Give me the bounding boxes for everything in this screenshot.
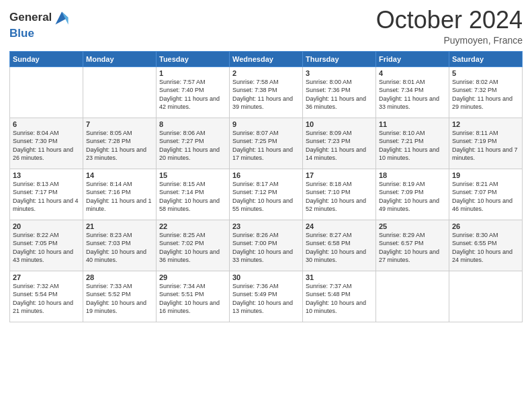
day-number: 25 xyxy=(379,222,446,230)
day-number: 8 xyxy=(159,120,226,128)
day-number: 9 xyxy=(232,120,300,128)
cell-4-6 xyxy=(449,271,523,322)
col-friday: Friday xyxy=(376,51,449,66)
day-info: Sunrise: 8:26 AMSunset: 7:00 PMDaylight:… xyxy=(232,231,300,265)
day-info: Sunrise: 8:14 AMSunset: 7:16 PMDaylight:… xyxy=(86,180,153,214)
cell-4-4: 31Sunrise: 7:37 AMSunset: 5:48 PMDayligh… xyxy=(303,271,376,322)
title-block: October 2024 Puymoyen, France xyxy=(376,7,523,46)
day-info: Sunrise: 7:58 AMSunset: 7:38 PMDaylight:… xyxy=(232,78,300,111)
logo-blue: Blue xyxy=(9,27,71,40)
day-info: Sunrise: 8:04 AMSunset: 7:30 PMDaylight:… xyxy=(13,129,80,163)
day-number: 4 xyxy=(379,69,446,77)
day-number: 14 xyxy=(86,171,153,179)
cell-1-6: 12Sunrise: 8:11 AMSunset: 7:19 PMDayligh… xyxy=(449,118,523,169)
day-number: 3 xyxy=(306,69,373,77)
day-info: Sunrise: 8:23 AMSunset: 7:03 PMDaylight:… xyxy=(86,231,153,265)
cell-3-6: 26Sunrise: 8:30 AMSunset: 6:55 PMDayligh… xyxy=(449,220,523,271)
day-number: 19 xyxy=(452,171,519,179)
day-number: 29 xyxy=(159,273,226,281)
cell-4-2: 29Sunrise: 7:34 AMSunset: 5:51 PMDayligh… xyxy=(157,271,230,322)
day-number: 2 xyxy=(232,69,300,77)
cell-1-1: 7Sunrise: 8:05 AMSunset: 7:28 PMDaylight… xyxy=(83,118,157,169)
day-info: Sunrise: 8:01 AMSunset: 7:34 PMDaylight:… xyxy=(379,78,446,111)
day-number: 1 xyxy=(159,69,226,77)
cell-2-4: 17Sunrise: 8:18 AMSunset: 7:10 PMDayligh… xyxy=(303,169,376,220)
cell-4-3: 30Sunrise: 7:36 AMSunset: 5:49 PMDayligh… xyxy=(230,271,303,322)
cell-0-3: 2Sunrise: 7:58 AMSunset: 7:38 PMDaylight… xyxy=(230,66,303,118)
cell-0-1 xyxy=(83,66,157,118)
day-info: Sunrise: 7:32 AMSunset: 5:54 PMDaylight:… xyxy=(13,282,80,316)
day-info: Sunrise: 8:11 AMSunset: 7:19 PMDaylight:… xyxy=(452,129,519,163)
cell-0-5: 4Sunrise: 8:01 AMSunset: 7:34 PMDaylight… xyxy=(376,66,449,118)
day-number: 27 xyxy=(13,273,80,281)
day-info: Sunrise: 8:29 AMSunset: 6:57 PMDaylight:… xyxy=(379,231,446,265)
calendar-page: General Blue October 2024 Puymoyen, Fran… xyxy=(0,0,532,411)
day-number: 6 xyxy=(13,120,80,128)
day-number: 16 xyxy=(232,171,300,179)
cell-0-4: 3Sunrise: 8:00 AMSunset: 7:36 PMDaylight… xyxy=(303,66,376,118)
week-row-2: 13Sunrise: 8:13 AMSunset: 7:17 PMDayligh… xyxy=(10,169,523,220)
day-number: 23 xyxy=(232,222,300,230)
day-info: Sunrise: 8:21 AMSunset: 7:07 PMDaylight:… xyxy=(452,180,519,214)
cell-1-5: 11Sunrise: 8:10 AMSunset: 7:21 PMDayligh… xyxy=(376,118,449,169)
day-number: 26 xyxy=(452,222,519,230)
logo-icon xyxy=(53,9,71,27)
month-title: October 2024 xyxy=(376,7,523,34)
day-info: Sunrise: 8:15 AMSunset: 7:14 PMDaylight:… xyxy=(159,180,226,214)
day-info: Sunrise: 8:00 AMSunset: 7:36 PMDaylight:… xyxy=(306,78,373,111)
calendar-table: Sunday Monday Tuesday Wednesday Thursday… xyxy=(9,51,523,322)
day-number: 24 xyxy=(306,222,373,230)
day-number: 5 xyxy=(452,69,519,77)
week-row-0: 1Sunrise: 7:57 AMSunset: 7:40 PMDaylight… xyxy=(10,66,523,118)
location-subtitle: Puymoyen, France xyxy=(376,35,523,46)
cell-2-2: 15Sunrise: 8:15 AMSunset: 7:14 PMDayligh… xyxy=(157,169,230,220)
day-number: 31 xyxy=(306,273,373,281)
day-info: Sunrise: 7:57 AMSunset: 7:40 PMDaylight:… xyxy=(159,78,226,111)
cell-2-0: 13Sunrise: 8:13 AMSunset: 7:17 PMDayligh… xyxy=(10,169,83,220)
day-info: Sunrise: 8:19 AMSunset: 7:09 PMDaylight:… xyxy=(379,180,446,214)
day-info: Sunrise: 7:33 AMSunset: 5:52 PMDaylight:… xyxy=(86,282,153,316)
day-number: 12 xyxy=(452,120,519,128)
cell-2-3: 16Sunrise: 8:17 AMSunset: 7:12 PMDayligh… xyxy=(230,169,303,220)
cell-3-2: 22Sunrise: 8:25 AMSunset: 7:02 PMDayligh… xyxy=(157,220,230,271)
cell-2-6: 19Sunrise: 8:21 AMSunset: 7:07 PMDayligh… xyxy=(449,169,523,220)
col-tuesday: Tuesday xyxy=(157,51,230,66)
col-wednesday: Wednesday xyxy=(230,51,303,66)
day-info: Sunrise: 7:34 AMSunset: 5:51 PMDaylight:… xyxy=(159,282,226,316)
day-info: Sunrise: 8:22 AMSunset: 7:05 PMDaylight:… xyxy=(13,231,80,265)
day-number: 10 xyxy=(306,120,373,128)
day-info: Sunrise: 8:17 AMSunset: 7:12 PMDaylight:… xyxy=(232,180,300,214)
day-number: 15 xyxy=(159,171,226,179)
cell-1-2: 8Sunrise: 8:06 AMSunset: 7:27 PMDaylight… xyxy=(157,118,230,169)
cell-1-3: 9Sunrise: 8:07 AMSunset: 7:25 PMDaylight… xyxy=(230,118,303,169)
header: General Blue October 2024 Puymoyen, Fran… xyxy=(9,7,523,46)
day-info: Sunrise: 8:18 AMSunset: 7:10 PMDaylight:… xyxy=(306,180,373,214)
col-monday: Monday xyxy=(83,51,157,66)
cell-3-1: 21Sunrise: 8:23 AMSunset: 7:03 PMDayligh… xyxy=(83,220,157,271)
cell-1-0: 6Sunrise: 8:04 AMSunset: 7:30 PMDaylight… xyxy=(10,118,83,169)
day-info: Sunrise: 7:36 AMSunset: 5:49 PMDaylight:… xyxy=(232,282,300,316)
cell-4-0: 27Sunrise: 7:32 AMSunset: 5:54 PMDayligh… xyxy=(10,271,83,322)
day-info: Sunrise: 8:10 AMSunset: 7:21 PMDaylight:… xyxy=(379,129,446,163)
cell-2-1: 14Sunrise: 8:14 AMSunset: 7:16 PMDayligh… xyxy=(83,169,157,220)
cell-0-0 xyxy=(10,66,83,118)
day-info: Sunrise: 8:09 AMSunset: 7:23 PMDaylight:… xyxy=(306,129,373,163)
cell-3-5: 25Sunrise: 8:29 AMSunset: 6:57 PMDayligh… xyxy=(376,220,449,271)
col-saturday: Saturday xyxy=(449,51,523,66)
week-row-3: 20Sunrise: 8:22 AMSunset: 7:05 PMDayligh… xyxy=(10,220,523,271)
day-number: 21 xyxy=(86,222,153,230)
day-info: Sunrise: 8:13 AMSunset: 7:17 PMDaylight:… xyxy=(13,180,80,214)
day-info: Sunrise: 8:30 AMSunset: 6:55 PMDaylight:… xyxy=(452,231,519,265)
cell-0-6: 5Sunrise: 8:02 AMSunset: 7:32 PMDaylight… xyxy=(449,66,523,118)
day-info: Sunrise: 8:25 AMSunset: 7:02 PMDaylight:… xyxy=(159,231,226,265)
day-number: 20 xyxy=(13,222,80,230)
day-number: 17 xyxy=(306,171,373,179)
col-sunday: Sunday xyxy=(10,51,83,66)
cell-1-4: 10Sunrise: 8:09 AMSunset: 7:23 PMDayligh… xyxy=(303,118,376,169)
day-number: 11 xyxy=(379,120,446,128)
day-number: 28 xyxy=(86,273,153,281)
day-info: Sunrise: 7:37 AMSunset: 5:48 PMDaylight:… xyxy=(306,282,373,316)
day-info: Sunrise: 8:05 AMSunset: 7:28 PMDaylight:… xyxy=(86,129,153,163)
day-info: Sunrise: 8:07 AMSunset: 7:25 PMDaylight:… xyxy=(232,129,300,163)
cell-3-3: 23Sunrise: 8:26 AMSunset: 7:00 PMDayligh… xyxy=(230,220,303,271)
